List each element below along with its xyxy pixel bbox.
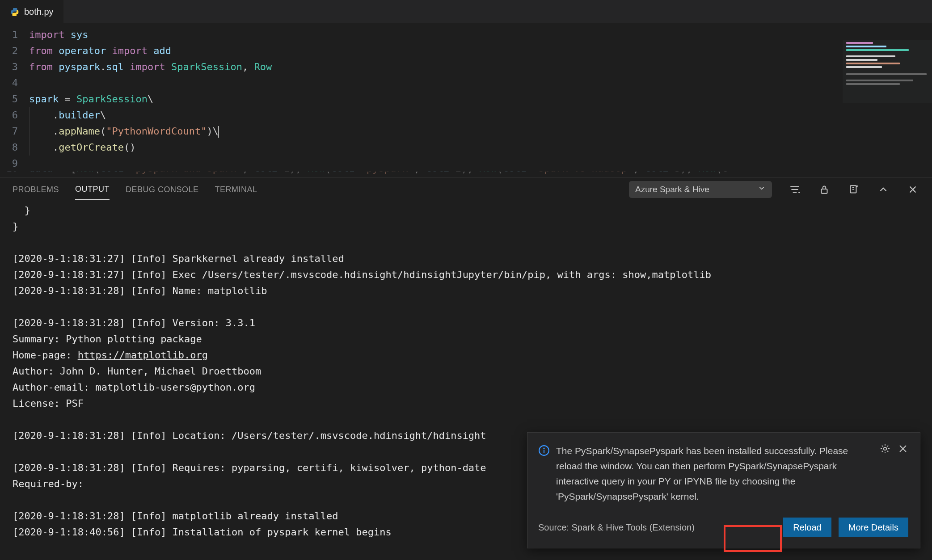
dropdown-label: Azure Spark & Hive — [635, 185, 709, 194]
tab-problems[interactable]: PROBLEMS — [13, 179, 59, 200]
info-icon — [538, 445, 550, 456]
svg-rect-1 — [822, 189, 827, 193]
notification-toast: The PySpark/SynapsePyspark has been inst… — [527, 432, 920, 548]
close-panel-icon[interactable] — [906, 183, 919, 196]
tab-debug-console[interactable]: DEBUG CONSOLE — [126, 179, 199, 200]
panel-header: PROBLEMS OUTPUT DEBUG CONSOLE TERMINAL A… — [0, 177, 932, 201]
chevron-down-icon — [758, 184, 766, 194]
svg-point-0 — [798, 191, 800, 193]
svg-point-6 — [884, 447, 886, 450]
chevron-up-icon[interactable] — [877, 183, 890, 196]
minimap[interactable] — [843, 23, 932, 177]
tab-terminal[interactable]: TERMINAL — [215, 179, 257, 200]
link-matplotlib[interactable]: https://matplotlib.org — [78, 349, 208, 361]
lock-scroll-icon[interactable] — [818, 183, 831, 196]
editor[interactable]: 12345678910 import sysfrom operator impo… — [0, 23, 932, 177]
toast-source: Source: Spark & Hive Tools (Extension) — [538, 522, 776, 533]
svg-rect-5 — [544, 450, 544, 453]
code-area[interactable]: import sysfrom operator import addfrom p… — [29, 23, 932, 177]
toast-message: The PySpark/SynapsePyspark has been inst… — [556, 443, 870, 504]
tab-output[interactable]: OUTPUT — [75, 178, 110, 200]
line-gutter: 12345678910 — [0, 23, 29, 177]
tab-both-py[interactable]: both.py — [0, 0, 63, 23]
filter-icon[interactable] — [788, 183, 801, 196]
more-details-button[interactable]: More Details — [839, 518, 908, 537]
clear-output-icon[interactable] — [847, 183, 860, 196]
python-file-icon — [10, 7, 20, 17]
vscode-window: both.py 12345678910 import sysfrom opera… — [0, 0, 932, 560]
close-icon[interactable] — [898, 443, 908, 454]
reload-button[interactable]: Reload — [783, 518, 831, 537]
editor-tabbar: both.py — [0, 0, 932, 23]
output-channel-dropdown[interactable]: Azure Spark & Hive — [629, 181, 772, 198]
svg-point-4 — [543, 448, 544, 449]
gear-icon[interactable] — [880, 443, 890, 454]
tab-filename: both.py — [24, 7, 54, 17]
